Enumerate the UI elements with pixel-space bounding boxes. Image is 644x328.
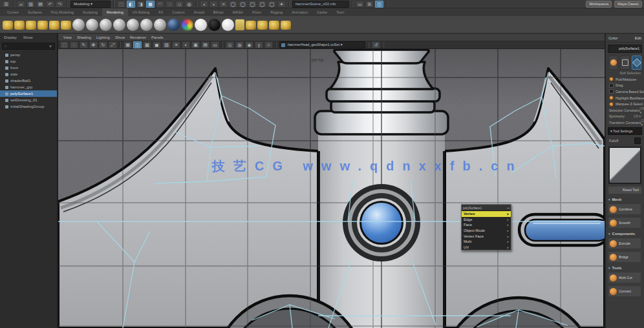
context-item-uv[interactable]: UV▸ xyxy=(462,245,511,251)
snap-ring-2-icon[interactable]: ◯ xyxy=(239,1,247,8)
toolkit-tab-color[interactable]: Color xyxy=(608,36,617,40)
input-connections-icon[interactable]: ◖ xyxy=(200,1,208,8)
sculpt-tool-icon[interactable] xyxy=(38,21,48,30)
context-item-vertex-face[interactable]: Vertex Face▸ xyxy=(462,233,511,239)
snap-grids-icon[interactable]: ▦ xyxy=(123,41,132,48)
eraser-tool-icon[interactable] xyxy=(269,21,279,30)
snap-grid-icon[interactable]: ▦ xyxy=(146,1,155,8)
viewport-menu-panels[interactable]: Panels xyxy=(149,36,165,39)
outliner-item-side[interactable]: side xyxy=(0,71,57,77)
shelf-tab-toon[interactable]: Toon xyxy=(332,8,349,16)
option-drag[interactable]: Drag xyxy=(606,83,644,89)
option-highlight-backfaces[interactable]: Highlight Backfaces xyxy=(606,95,644,101)
shadows-toggle-icon[interactable]: ◐ xyxy=(182,41,190,48)
scene-name-field[interactable]: hammerScene_v02.mb xyxy=(292,1,349,8)
isolate-select-icon[interactable]: ◎ xyxy=(226,41,234,48)
lambert-sphere-icon[interactable] xyxy=(100,19,112,31)
shelf-tab-mash[interactable]: MASH xyxy=(228,8,248,16)
white-swatch-2-icon[interactable] xyxy=(222,19,234,31)
checkbox[interactable] xyxy=(609,102,614,107)
viewport-menu-lighting[interactable]: Lighting xyxy=(94,36,112,39)
film-gate-icon[interactable]: ▭ xyxy=(211,41,219,48)
outliner-item-polysurface1[interactable]: polySurface1 xyxy=(0,90,57,97)
snap-plane-icon[interactable]: ◇ xyxy=(175,1,184,8)
viewport-menu-renderer[interactable]: Renderer xyxy=(128,36,148,39)
context-item-edge[interactable]: Edge▸ xyxy=(462,217,511,223)
save-scene-icon[interactable]: ▤ xyxy=(36,1,45,8)
output-connections-icon[interactable]: ◗ xyxy=(209,1,218,8)
shelf-tab-curves[interactable]: Curves xyxy=(3,8,23,16)
object-select-icon[interactable]: ◧ xyxy=(127,1,135,8)
single-pane-layout-icon[interactable]: ▭ xyxy=(356,1,364,8)
selection-name-field[interactable]: polySurface1 xyxy=(608,45,642,53)
brush-tool-icon[interactable] xyxy=(257,21,268,30)
context-item-multi[interactable]: Multi▸ xyxy=(462,239,511,245)
xray-mode-icon[interactable]: ◍ xyxy=(235,41,244,48)
object-mode-button[interactable] xyxy=(608,56,618,70)
wireframe-mode-icon[interactable]: ▩ xyxy=(143,41,151,48)
snap-ring-3-icon[interactable]: ◯ xyxy=(248,1,257,8)
prop-selection-constraint[interactable]: Selection ConstraintOff ▾ xyxy=(606,107,644,114)
soft-mod-tool-icon[interactable] xyxy=(14,21,25,30)
falloff-curve-preview[interactable] xyxy=(608,147,641,184)
outliner-menu-display[interactable]: Display xyxy=(4,36,17,39)
uv-texture-dropdown[interactable]: hammerHead_geoShape1.uvSet ▾ xyxy=(279,41,365,48)
move-tool-icon[interactable]: ✥ xyxy=(89,41,98,48)
select-tool-icon[interactable]: ⬚ xyxy=(60,41,69,48)
viewport-menu-view[interactable]: View xyxy=(61,36,74,39)
four-pane-layout-icon[interactable]: ⊞ xyxy=(365,1,374,8)
shelf-tab-bifrost[interactable]: Bifrost xyxy=(209,8,228,16)
ramp-sphere-icon[interactable] xyxy=(154,19,166,31)
gold-material-ball-icon[interactable] xyxy=(61,21,71,30)
outliner-item-top[interactable]: top xyxy=(0,58,57,65)
pencil-tool-icon[interactable] xyxy=(3,21,13,30)
pin-icon[interactable]: ▪▪ xyxy=(507,206,510,210)
shelf-tab-xgen[interactable]: XGen xyxy=(248,8,266,16)
shelf-tab-rendering[interactable]: Rendering xyxy=(102,8,128,16)
snap-ring-4-icon[interactable]: ◯ xyxy=(258,1,266,8)
outliner-item-initialshadinggroup[interactable]: initialShadingGroup xyxy=(0,103,57,110)
redo-icon[interactable]: ↷ xyxy=(56,1,64,8)
exposure-icon[interactable]: ◉ xyxy=(245,41,253,48)
gamma-icon[interactable]: γ xyxy=(255,41,263,48)
context-item-face[interactable]: Face▸ xyxy=(462,222,511,228)
connect-button[interactable]: Connect xyxy=(608,285,641,297)
tool-settings-dropdown[interactable]: ▾ Tool Settings xyxy=(608,127,642,135)
outliner-search-input[interactable]: ⌕ ▼ xyxy=(2,43,55,50)
snap-ring-1-icon[interactable]: ◯ xyxy=(229,1,237,8)
hypershade-pane-icon[interactable]: ◫ xyxy=(375,1,383,8)
option-pick-marquee[interactable]: Pick/Marquee xyxy=(606,76,644,83)
rotate-tool-icon[interactable]: ↻ xyxy=(99,41,107,48)
stamp-tool-icon[interactable] xyxy=(281,21,291,30)
blinn-sphere-icon[interactable] xyxy=(86,19,98,31)
multi-cut-button[interactable]: Multi-Cut xyxy=(608,272,641,283)
paint-effects-tool-icon[interactable] xyxy=(26,21,36,30)
smooth-button[interactable]: Smooth xyxy=(608,217,641,229)
shelf-tab-custom[interactable]: Custom xyxy=(167,8,189,16)
shelf-tab-rigging[interactable]: Rigging xyxy=(266,8,287,16)
component-select-icon[interactable]: ◨ xyxy=(136,1,145,8)
prop-symmetry[interactable]: SymmetryOff ▾ xyxy=(606,113,644,119)
snap-ring-5-icon[interactable]: ◯ xyxy=(268,1,276,8)
snap-curve-icon[interactable]: ◠ xyxy=(156,1,164,8)
viewport-menu-show[interactable]: Show xyxy=(113,36,127,39)
shelf-tab-surfaces[interactable]: Surfaces xyxy=(23,8,47,16)
highlight-selection-icon[interactable]: ⬚ xyxy=(117,1,125,8)
toolkit-tab-edit[interactable]: Edit xyxy=(635,36,641,40)
use-default-lighting-icon[interactable]: ☀ xyxy=(172,41,180,48)
outliner-menu-show[interactable]: Show xyxy=(23,36,33,39)
face-mode-button[interactable] xyxy=(632,56,641,70)
color-wheel-icon[interactable] xyxy=(181,19,193,31)
shelf-tab-cache[interactable]: Cache xyxy=(312,8,332,16)
extrude-button[interactable]: Extrude xyxy=(608,238,641,249)
ocean-shader-sphere-icon[interactable] xyxy=(167,19,180,31)
open-scene-icon[interactable]: ▨ xyxy=(27,1,35,8)
outliner-item-shaderball1[interactable]: shaderBall1 xyxy=(0,77,57,84)
phong-sphere-icon[interactable] xyxy=(113,19,125,31)
undo-icon[interactable]: ↶ xyxy=(46,1,54,8)
construction-history-icon[interactable]: ≡ xyxy=(219,1,228,8)
viewport-canvas[interactable]: 技艺CG www.qdnxxfb.cn persp polySurface1 ▪… xyxy=(58,49,605,328)
outliner-item-front[interactable]: front xyxy=(0,65,57,71)
main-menu-icon[interactable]: ☰ xyxy=(2,1,10,8)
textured-mode-icon[interactable]: ▨ xyxy=(162,41,171,48)
